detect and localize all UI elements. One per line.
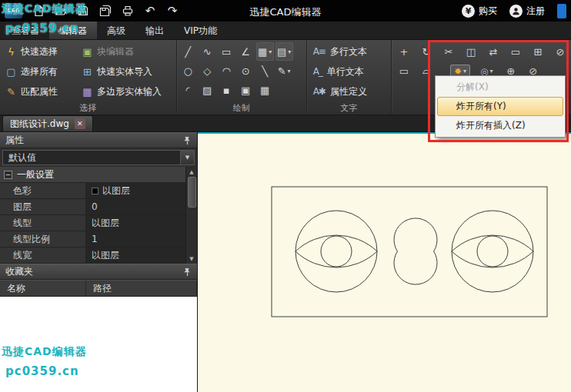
property-label: 图层 [0,199,86,214]
tab-viewer[interactable]: 查看器 [2,22,49,39]
eye-figure-right[interactable] [452,211,533,292]
property-value-text: 以图层 [102,184,130,198]
tab-vip[interactable]: VIP功能 [174,22,227,39]
undo-button[interactable]: ↶ [143,4,157,18]
save-button[interactable] [76,4,90,18]
save-icon [77,5,89,17]
table-tool-button[interactable]: ▦ [256,81,274,99]
path-array-button[interactable]: ▤▾ [275,42,293,61]
favorites-name-column[interactable]: 名称 [0,281,86,296]
app-title: 迅捷CAD编辑器 [250,5,322,19]
buy-button[interactable]: ¥ 购买 [462,5,497,18]
rect-array-button[interactable]: ▦▾ [256,42,274,61]
close-tab-icon[interactable]: ✕ [75,118,85,129]
favorites-path-column[interactable]: 路径 [86,281,197,296]
property-section-general[interactable]: − 一般设置 [0,167,197,183]
region-tool-button[interactable]: ▭ [396,63,412,79]
property-value[interactable]: 以图层 [86,183,185,198]
property-value[interactable]: 以图层 [86,247,185,263]
property-set-dropdown[interactable]: 默认值 ▼ [2,150,195,165]
polygon-tool-button[interactable]: ◇ [199,61,216,80]
new-file-button[interactable] [32,4,45,18]
offset-tool-button[interactable]: ⇄ [486,44,501,60]
collapse-icon[interactable]: − [4,171,12,179]
property-value[interactable]: 以图层 [86,215,185,231]
property-row-linetype: 线型 以图层 [0,215,197,231]
circle-tool-button[interactable]: ○ [179,61,197,80]
pin-icon[interactable] [183,267,192,277]
open-file-button[interactable] [54,4,68,18]
tab-editor[interactable]: 编辑器 [49,22,97,39]
array-tool-button[interactable]: ⊞ [530,44,546,60]
property-value[interactable]: 0 [86,199,185,214]
trim-tool-button[interactable]: ✂ [441,44,456,60]
favorites-panel-title: 收藏夹 [5,265,33,278]
line-tool-button[interactable]: ╱ [179,42,197,61]
favorites-list[interactable] [0,297,197,392]
favorites-column-headers: 名称 路径 [0,280,197,297]
attribute-define-button[interactable]: A✱ 属性定义 [307,81,373,101]
frame-tool-button[interactable]: ▱ [419,63,434,79]
scrollbar-thumb[interactable] [188,177,196,208]
drawing-canvas[interactable] [198,132,571,392]
arc-tool-button[interactable]: ◠ [218,61,235,80]
scroll-up-icon[interactable]: ▲ [186,167,197,177]
menu-item-explode-all[interactable]: 炸开所有(Y) [437,97,563,116]
document-tab[interactable]: 图纸设计.dwg ✕ [2,115,93,131]
ribbon-group-select: ϟ 快速选择 ▢ 选择所有 ✎ 匹配属性 ▣ 块编辑器 [0,40,177,115]
peanut-figure[interactable] [394,218,437,284]
property-row-color: 色彩 以图层 [0,183,197,199]
ray-tool-button[interactable]: ╲ [256,61,274,80]
quick-select-icon: ϟ [5,46,17,58]
break-tool-button[interactable]: ⊘ [553,44,568,60]
register-button[interactable]: 注册 [509,5,545,18]
stretch-tool-button[interactable]: ▭ [508,44,523,60]
menu-item-explode[interactable]: 分解(X) [437,78,563,97]
titlebar: CAD ↶ ↷ 迅捷CAD编辑器 ¥ 购买 [0,0,571,22]
redo-button[interactable]: ↷ [165,4,179,18]
singleline-text-button[interactable]: A_ 单行文本 [307,61,373,81]
hatch-tool-button[interactable]: ▨ [199,81,216,99]
polygon-entity-input-icon: ▦ [82,86,93,98]
drawing-rectangle[interactable] [272,187,547,317]
mirror-tool-button[interactable]: ◫ [463,44,479,60]
text-tools: A≡ 多行文本 A_ 单行文本 A✱ 属性定义 [307,42,373,103]
eye-figure-left[interactable] [296,211,377,292]
property-label: 色彩 [0,183,86,198]
quick-select-button[interactable]: ϟ 快速选择 [0,42,76,61]
multiline-text-icon: A≡ [313,46,326,57]
scroll-down-icon[interactable]: ▼ [186,254,197,264]
match-properties-button[interactable]: ✎ 匹配属性 [0,81,76,101]
select-all-button[interactable]: ▢ 选择所有 [0,61,76,81]
polygon-entity-input-button[interactable]: ▦ 多边形实体输入 [76,81,167,101]
curve-tool-button[interactable]: ◜ [179,81,197,99]
point-tool-button[interactable]: ▪ [218,81,235,99]
tab-advanced[interactable]: 高级 [97,22,135,39]
titlebar-actions: ¥ 购买 注册 [462,4,566,18]
property-value[interactable]: 1 [86,231,185,247]
spline-tool-button[interactable]: ∿ [199,42,216,61]
tab-output[interactable]: 输出 [135,22,174,39]
select-group-col2: ▣ 块编辑器 ⊞ 快速实体导入 ▦ 多边形实体输入 [76,42,167,103]
ellipse-tool-button[interactable]: ⊙ [237,61,255,80]
multiline-text-button[interactable]: A≡ 多行文本 [307,42,373,61]
new-file-icon [32,5,45,17]
property-grid-scrollbar[interactable]: ▲ ▼ [185,167,197,264]
ribbon-group-text: A≡ 多行文本 A_ 单行文本 A✱ 属性定义 文字 [307,40,392,115]
pin-icon[interactable] [183,136,192,145]
block-editor-icon: ▣ [82,46,93,58]
save-all-button[interactable] [99,4,112,18]
multiline-text-label: 多行文本 [330,45,367,58]
polyline-tool-button[interactable]: ∠ [237,42,255,61]
print-button[interactable] [121,4,135,18]
rotate-tool-button[interactable]: ↻ [419,44,434,60]
property-row-lineweight: 线宽 以图层 [0,247,197,264]
image-tool-button[interactable]: ▣ [237,81,255,99]
menu-item-explode-all-inserts[interactable]: 炸开所有插入(Z) [437,116,563,135]
block-editor-button[interactable]: ▣ 块编辑器 [76,42,167,61]
sketch-tool-button[interactable]: ✎▾ [275,61,293,80]
quick-entity-import-button[interactable]: ⊞ 快速实体导入 [76,61,167,81]
rectangle-tool-button[interactable]: ▭ [218,42,235,61]
move-tool-button[interactable]: + [396,44,412,60]
singleline-text-icon: A_ [313,66,322,77]
